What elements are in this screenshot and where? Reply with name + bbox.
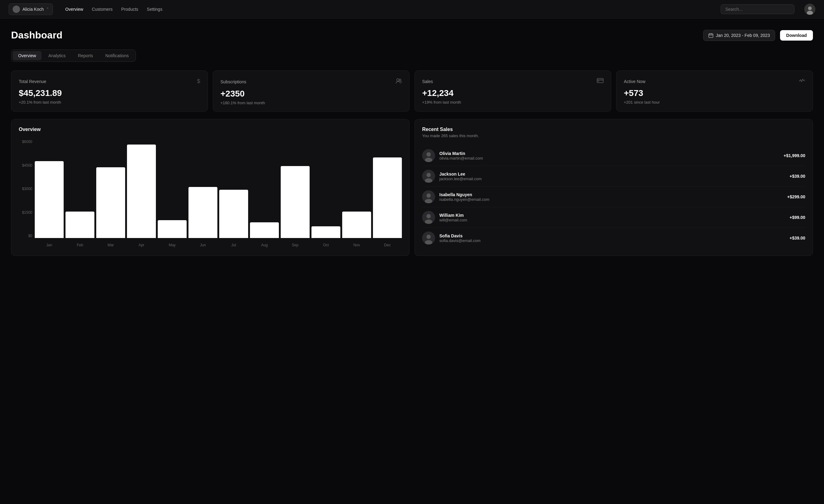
date-range-label: Jan 20, 2023 - Feb 09, 2023 xyxy=(716,33,770,38)
user-name: Alicia Koch xyxy=(22,7,44,12)
stat-card-active: Active Now +573 +201 since last hour xyxy=(616,71,813,112)
svg-rect-3 xyxy=(709,34,713,37)
sale-avatar xyxy=(422,170,435,183)
svg-point-1 xyxy=(808,6,812,10)
sale-name: Olivia Martin xyxy=(439,151,780,156)
chart-title: Overview xyxy=(19,127,402,132)
bar-group xyxy=(373,139,402,238)
svg-point-18 xyxy=(426,214,431,218)
sale-info: William Kim will@email.com xyxy=(439,213,785,222)
sale-item: Isabella Nguyen isabella.nguyen@email.co… xyxy=(422,187,805,207)
sale-info: Olivia Martin olivia.martin@email.com xyxy=(439,151,780,161)
bar-group xyxy=(219,139,248,238)
y-label-4500: $4500 xyxy=(19,163,32,168)
bar-group xyxy=(189,139,217,238)
stat-label-revenue: Total Revenue xyxy=(19,79,46,84)
search-input[interactable] xyxy=(721,4,795,14)
date-range-button[interactable]: Jan 20, 2023 - Feb 09, 2023 xyxy=(703,30,775,41)
navbar: Alicia Koch ⌃ Overview Customers Product… xyxy=(0,0,824,18)
x-label: Jul xyxy=(219,240,248,250)
nav-settings[interactable]: Settings xyxy=(147,7,163,12)
bar-group xyxy=(96,139,125,238)
y-axis: $6000 $4500 $3000 $1500 $0 xyxy=(19,139,35,238)
sale-email: sofia.davis@email.com xyxy=(439,238,785,243)
x-label: May xyxy=(158,240,187,250)
x-label: Feb xyxy=(66,240,94,250)
y-label-3000: $3000 xyxy=(19,187,32,191)
dollar-icon: $ xyxy=(197,78,200,85)
chart-bar xyxy=(250,222,279,238)
sale-name: Jackson Lee xyxy=(439,172,785,177)
x-label: Oct xyxy=(311,240,340,250)
bar-group xyxy=(66,139,94,238)
bar-group xyxy=(342,139,371,238)
stat-value-subscriptions: +2350 xyxy=(220,89,402,99)
tab-analytics[interactable]: Analytics xyxy=(43,51,71,60)
sale-name: Sofia Davis xyxy=(439,233,785,238)
svg-point-21 xyxy=(426,235,431,239)
chart-bar xyxy=(35,161,64,238)
nav-customers[interactable]: Customers xyxy=(92,7,113,12)
chevron-down-icon: ⌃ xyxy=(46,7,49,11)
sale-item: Olivia Martin olivia.martin@email.com +$… xyxy=(422,145,805,166)
chart-bar xyxy=(219,190,248,238)
recent-title: Recent Sales xyxy=(422,127,805,132)
chart-bar xyxy=(311,226,340,238)
bar-group xyxy=(127,139,156,238)
nav-products[interactable]: Products xyxy=(121,7,138,12)
tab-overview[interactable]: Overview xyxy=(13,51,41,60)
x-labels: JanFebMarAprMayJunJulAugSepOctNovDec xyxy=(35,240,402,250)
svg-point-5 xyxy=(399,79,401,81)
chart-bar xyxy=(158,220,187,238)
tab-notifications[interactable]: Notifications xyxy=(100,51,134,60)
sale-amount: +$39.00 xyxy=(790,174,805,179)
stat-label-sales: Sales xyxy=(422,79,433,84)
svg-point-15 xyxy=(426,193,431,198)
chart-bar xyxy=(189,187,217,238)
stat-card-subscriptions: Subscriptions +2350 +180.1% from last mo… xyxy=(213,71,410,112)
sale-amount: +$299.00 xyxy=(787,194,805,199)
sale-email: isabella.nguyen@email.com xyxy=(439,197,783,202)
y-label-6000: $6000 xyxy=(19,139,32,144)
sales-list: Olivia Martin olivia.martin@email.com +$… xyxy=(422,145,805,248)
x-label: Jan xyxy=(35,240,64,250)
x-label: Jun xyxy=(189,240,217,250)
nav-links: Overview Customers Products Settings xyxy=(65,7,711,12)
recent-subtitle: You made 265 sales this month. xyxy=(422,133,805,138)
stat-label-active: Active Now xyxy=(624,79,645,84)
chart-bar xyxy=(96,167,125,238)
download-button[interactable]: Download xyxy=(780,30,813,40)
bottom-section: Overview $6000 $4500 $3000 $1500 $0 JanF… xyxy=(11,119,813,256)
user-menu[interactable]: Alicia Koch ⌃ xyxy=(9,3,53,15)
nav-overview[interactable]: Overview xyxy=(65,7,83,12)
page-header: Dashboard Jan 20, 2023 - Feb 09, 2023 Do… xyxy=(11,29,813,41)
stat-label-subscriptions: Subscriptions xyxy=(220,79,246,84)
sale-amount: +$39.00 xyxy=(790,235,805,240)
sale-info: Isabella Nguyen isabella.nguyen@email.co… xyxy=(439,192,783,202)
credit-card-icon xyxy=(597,78,604,85)
tab-reports[interactable]: Reports xyxy=(72,51,98,60)
sale-info: Sofia Davis sofia.davis@email.com xyxy=(439,233,785,243)
sale-avatar xyxy=(422,149,435,162)
bar-group xyxy=(35,139,64,238)
y-label-1500: $1500 xyxy=(19,210,32,215)
profile-avatar[interactable] xyxy=(804,4,815,15)
stat-cards: Total Revenue $ $45,231.89 +20.1% from l… xyxy=(11,71,813,112)
sale-email: will@email.com xyxy=(439,218,785,222)
user-avatar xyxy=(13,6,20,13)
sale-item: Jackson Lee jackson.lee@email.com +$39.0… xyxy=(422,166,805,187)
chart-bar xyxy=(66,212,94,238)
bar-group xyxy=(311,139,340,238)
x-label: Sep xyxy=(281,240,310,250)
svg-rect-6 xyxy=(597,78,603,83)
recent-sales-card: Recent Sales You made 265 sales this mon… xyxy=(414,119,813,256)
activity-icon xyxy=(799,78,805,85)
svg-point-4 xyxy=(397,79,399,81)
sale-name: Isabella Nguyen xyxy=(439,192,783,197)
x-label: Aug xyxy=(250,240,279,250)
y-label-0: $0 xyxy=(19,234,32,238)
stat-card-sales: Sales +12,234 +19% from last month xyxy=(414,71,611,112)
sale-name: William Kim xyxy=(439,213,785,218)
stat-value-revenue: $45,231.89 xyxy=(19,88,200,98)
sale-amount: +$99.00 xyxy=(790,215,805,220)
